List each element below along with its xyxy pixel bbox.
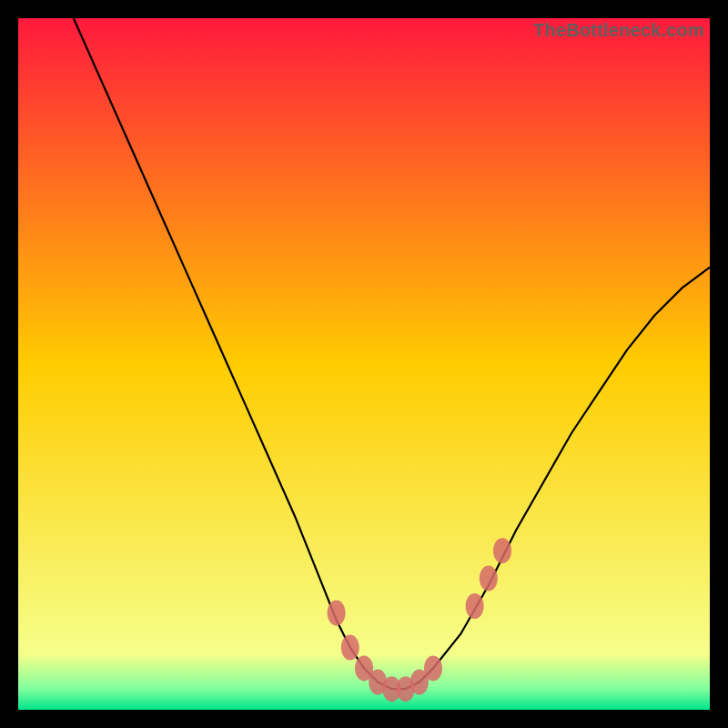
marker-dot (480, 566, 498, 592)
marker-dot (341, 635, 359, 661)
bottleneck-chart (18, 18, 710, 710)
marker-dot (424, 655, 442, 681)
gradient-background (18, 18, 710, 710)
marker-dot (328, 601, 346, 626)
marker-dot (493, 538, 511, 563)
watermark-text: TheBottleneck.com (533, 20, 704, 41)
chart-frame: TheBottleneck.com (18, 18, 710, 710)
marker-dot (466, 593, 484, 619)
